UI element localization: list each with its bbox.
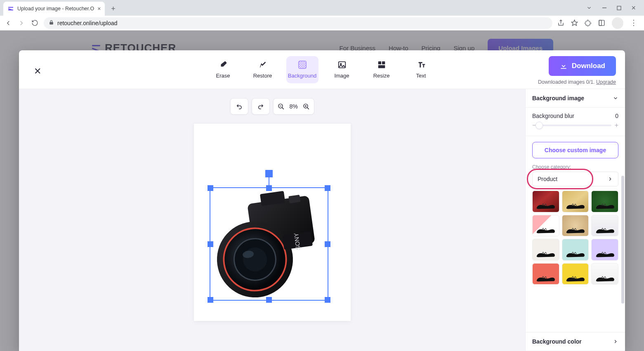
- browser-toolbar: retoucher.online/upload ⋮: [0, 16, 644, 31]
- tool-background[interactable]: Background: [286, 56, 318, 83]
- resize-handle-tr[interactable]: [325, 185, 330, 191]
- share-icon[interactable]: [557, 19, 564, 26]
- tool-text[interactable]: Text: [405, 56, 437, 83]
- resize-handle-r[interactable]: [325, 241, 330, 247]
- kebab-menu-icon[interactable]: ⋮: [630, 21, 637, 24]
- tool-resize[interactable]: Resize: [366, 56, 398, 83]
- editor-header: ✕ Erase Restore Background Image Resize: [19, 50, 625, 89]
- shoe-icon: [592, 239, 618, 260]
- extensions-icon[interactable]: [585, 19, 592, 26]
- bg-thumbnail[interactable]: [591, 239, 618, 261]
- chevron-right-icon: [607, 176, 613, 182]
- close-modal-button[interactable]: ✕: [34, 66, 41, 77]
- svg-rect-8: [298, 61, 306, 68]
- resize-handle-l[interactable]: [208, 241, 213, 247]
- bg-thumbnail[interactable]: [562, 215, 589, 237]
- chevron-right-icon: [613, 339, 618, 344]
- bg-thumbnails: [526, 191, 625, 288]
- window-minimize-icon[interactable]: [602, 5, 607, 10]
- panel-bg-image-title: Background image: [532, 95, 584, 101]
- star-icon[interactable]: [571, 19, 578, 26]
- tab-close-icon[interactable]: ×: [97, 5, 101, 12]
- zoom-in-button[interactable]: [303, 103, 310, 110]
- panel-scrollbar[interactable]: [621, 176, 624, 304]
- zoom-value: 8%: [289, 103, 297, 110]
- svg-rect-12: [382, 61, 385, 64]
- download-area: Download Downloaded images 0/1. Upgrade: [538, 56, 616, 85]
- blur-value: 0: [615, 113, 618, 119]
- nav-reload-button[interactable]: [31, 19, 39, 27]
- canvas-toolbar: 8%: [230, 98, 314, 115]
- tool-image[interactable]: Image: [326, 56, 358, 83]
- bg-thumbnail[interactable]: [562, 191, 589, 212]
- rotate-handle[interactable]: [265, 170, 273, 177]
- lock-icon: [49, 20, 54, 26]
- bg-thumbnail[interactable]: [532, 215, 559, 237]
- account-icon[interactable]: [598, 19, 605, 26]
- canvas-paper[interactable]: SONY: [194, 124, 351, 321]
- chevron-down-icon: [613, 95, 618, 101]
- new-tab-button[interactable]: +: [107, 3, 119, 14]
- category-select[interactable]: Product: [532, 172, 618, 186]
- panel-blur-section: Background blur 0 − +: [526, 108, 625, 136]
- upgrade-link[interactable]: Upgrade: [596, 79, 616, 85]
- svg-marker-3: [571, 20, 577, 25]
- category-value: Product: [538, 176, 557, 182]
- zoom-out-button[interactable]: [277, 103, 284, 110]
- bg-thumbnail[interactable]: [591, 263, 618, 285]
- shoe-icon: [533, 191, 559, 212]
- panel-bg-color-title: Background color: [532, 338, 582, 345]
- svg-rect-1: [617, 6, 621, 10]
- tool-tabs: Erase Restore Background Image Resize Te…: [207, 56, 437, 83]
- bg-thumbnail[interactable]: [532, 263, 559, 285]
- rotate-connector: [269, 177, 269, 186]
- download-button[interactable]: Download: [549, 56, 616, 76]
- panel-bg-color-header[interactable]: Background color: [526, 332, 625, 351]
- browser-tab[interactable]: Upload your image - Retoucher.O ×: [3, 2, 105, 16]
- shoe-icon: [533, 215, 559, 236]
- chevron-down-icon[interactable]: [586, 5, 592, 11]
- bg-thumbnail[interactable]: [562, 239, 589, 261]
- shoe-icon: [592, 191, 618, 212]
- nav-back-button[interactable]: [4, 19, 12, 27]
- download-status: Downloaded images 0/1. Upgrade: [538, 79, 616, 85]
- redo-button[interactable]: [251, 98, 269, 115]
- svg-rect-13: [378, 65, 385, 68]
- choose-custom-image-button[interactable]: Choose custom image: [532, 142, 618, 158]
- shoe-icon: [533, 264, 559, 285]
- resize-handle-bl[interactable]: [208, 297, 213, 303]
- download-label: Download: [572, 62, 605, 70]
- undo-button[interactable]: [230, 98, 248, 115]
- bg-thumbnail[interactable]: [532, 191, 559, 212]
- resize-handle-t[interactable]: [266, 185, 272, 191]
- resize-handle-tl[interactable]: [208, 185, 213, 191]
- blur-label: Background blur: [532, 113, 574, 119]
- side-panel: Background image Background blur 0 − + C…: [525, 89, 625, 351]
- tool-erase[interactable]: Erase: [207, 56, 239, 83]
- window-controls: ×: [578, 0, 644, 16]
- shoe-icon: [562, 264, 589, 285]
- zoom-control: 8%: [273, 98, 314, 115]
- nav-forward-button[interactable]: [17, 19, 26, 27]
- bg-thumbnail[interactable]: [532, 239, 559, 261]
- tool-erase-label: Erase: [216, 73, 230, 79]
- blur-slider-thumb[interactable]: [535, 122, 543, 129]
- bg-thumbnail[interactable]: [591, 215, 618, 237]
- blur-increase[interactable]: +: [615, 122, 618, 129]
- resize-handle-b[interactable]: [266, 297, 272, 303]
- selection-box[interactable]: [210, 187, 328, 301]
- editor-body: 8%: [19, 89, 625, 351]
- panel-bg-image-header[interactable]: Background image: [526, 89, 625, 108]
- window-close-icon[interactable]: ×: [631, 4, 636, 12]
- profile-avatar[interactable]: [612, 17, 623, 29]
- address-bar[interactable]: retoucher.online/upload: [44, 17, 552, 29]
- bg-thumbnail[interactable]: [562, 263, 589, 285]
- url-text: retoucher.online/upload: [57, 20, 118, 26]
- blur-slider[interactable]: [539, 125, 611, 126]
- window-maximize-icon[interactable]: [617, 6, 621, 10]
- resize-handle-br[interactable]: [325, 297, 330, 303]
- shoe-icon: [562, 239, 589, 260]
- tool-restore[interactable]: Restore: [247, 56, 279, 83]
- svg-line-15: [282, 107, 283, 109]
- bg-thumbnail[interactable]: [591, 191, 618, 212]
